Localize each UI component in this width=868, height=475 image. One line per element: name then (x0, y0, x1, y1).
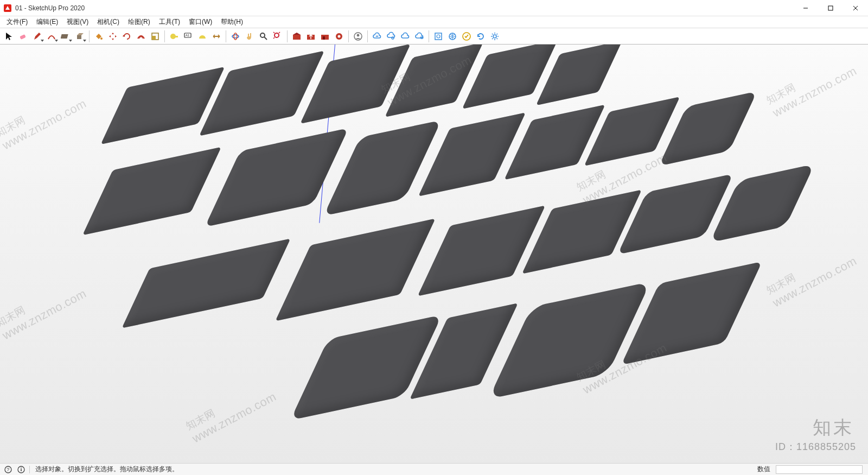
toolbar-separator (367, 30, 368, 42)
menu-file[interactable]: 文件(F) (2, 17, 32, 27)
svg-point-16 (232, 35, 239, 38)
model-silhouette (617, 174, 733, 255)
offset-tool-icon[interactable] (134, 29, 148, 43)
menu-view[interactable]: 视图(V) (62, 17, 93, 27)
eraser-tool-icon[interactable] (16, 29, 30, 43)
menu-camera[interactable]: 相机(C) (93, 17, 124, 27)
cloud-link-icon[interactable] (412, 29, 426, 43)
menu-edit[interactable]: 编辑(E) (32, 17, 62, 27)
select-tool-icon[interactable] (2, 29, 16, 43)
svg-rect-10 (152, 36, 156, 40)
menu-draw[interactable]: 绘图(R) (124, 17, 155, 27)
menu-window[interactable]: 窗口(W) (184, 17, 216, 27)
status-help-icon[interactable]: ? (3, 465, 13, 474)
scale-tool-icon[interactable] (148, 29, 162, 43)
minimize-button[interactable] (793, 0, 818, 16)
toolbar-separator (89, 30, 90, 42)
svg-text:?: ? (7, 467, 9, 472)
window-controls (793, 0, 868, 16)
3dwarehouse-get-icon[interactable] (290, 29, 304, 43)
pushpull-tool-icon[interactable] (73, 29, 87, 43)
geo-icon[interactable] (431, 29, 445, 43)
menu-help[interactable]: 帮助(H) (216, 17, 247, 27)
status-hint: 选择对象。切换到扩充选择。拖动鼠标选择多项。 (35, 465, 178, 474)
cloud-search-icon[interactable] (384, 29, 398, 43)
pan-tool-icon[interactable] (242, 29, 257, 43)
rectangle-tool-icon[interactable] (59, 29, 73, 43)
toolbar-separator (348, 30, 349, 42)
svg-rect-39 (21, 469, 22, 471)
statusbar: ? 选择对象。切换到扩充选择。拖动鼠标选择多项。 数值 (0, 463, 868, 475)
cloud-up-icon[interactable] (398, 29, 412, 43)
toolbar-separator (226, 30, 226, 42)
watermark: 知末网www.znzmo.com (764, 242, 859, 310)
model-silhouette (621, 262, 762, 365)
profile-icon[interactable] (351, 29, 365, 43)
zoom-tool-icon[interactable] (257, 29, 271, 43)
menubar: 文件(F) 编辑(E) 视图(V) 相机(C) 绘图(R) 工具(T) 窗口(W… (0, 16, 868, 28)
model-silhouette (488, 282, 650, 400)
extension-warehouse-icon[interactable] (332, 29, 346, 43)
brand-watermark: 知末 (813, 415, 854, 440)
svg-rect-40 (21, 467, 22, 468)
arc-tool-icon[interactable] (44, 29, 59, 43)
text-tool-icon[interactable]: A1 (181, 29, 195, 43)
protractor-tool-icon[interactable] (195, 29, 209, 43)
toolbar-separator (287, 30, 288, 42)
app-icon (3, 4, 12, 12)
model-info-icon[interactable] (445, 29, 459, 43)
move-tool-icon[interactable] (106, 29, 120, 43)
close-button[interactable] (843, 0, 868, 16)
svg-rect-12 (175, 36, 178, 37)
model-silhouette (122, 238, 290, 328)
3dwarehouse-icon[interactable] (318, 29, 332, 43)
svg-line-19 (264, 37, 267, 40)
svg-rect-5 (20, 34, 26, 40)
watermark: 知末网www.znzmo.com (0, 84, 89, 153)
toolbar: A1 (0, 28, 868, 45)
svg-rect-7 (77, 35, 81, 39)
svg-rect-24 (323, 36, 325, 40)
maximize-button[interactable] (818, 0, 843, 16)
svg-point-20 (275, 33, 279, 37)
3dwarehouse-share-icon[interactable] (304, 29, 318, 43)
watermark: 知末网www.znzmo.com (0, 274, 89, 343)
bucket-tool-icon[interactable] (92, 29, 106, 43)
rotate-tool-icon[interactable] (120, 29, 134, 43)
settings-icon[interactable] (488, 29, 502, 43)
svg-rect-6 (61, 34, 68, 39)
watermark: 知末网www.znzmo.com (183, 377, 279, 446)
menu-tools[interactable]: 工具(T) (155, 17, 184, 27)
refresh-icon[interactable] (474, 29, 488, 43)
svg-rect-31 (435, 33, 442, 40)
svg-point-35 (493, 35, 496, 38)
svg-rect-2 (828, 6, 833, 10)
cloud-sync-icon[interactable] (370, 29, 384, 43)
pencil-tool-icon[interactable] (30, 29, 44, 43)
toolbar-separator (164, 30, 165, 42)
svg-point-18 (260, 33, 265, 37)
measurement-field[interactable] (776, 465, 863, 474)
model-silhouette (418, 205, 546, 296)
statusbar-separator (29, 466, 30, 473)
measurement-label: 数值 (757, 465, 770, 474)
status-info-icon[interactable] (16, 465, 26, 474)
new-tab-icon[interactable] (459, 29, 474, 43)
model-silhouette (82, 147, 221, 236)
watermark: 知末网www.znzmo.com (764, 52, 859, 120)
model-silhouette (290, 315, 442, 421)
svg-point-28 (357, 34, 360, 36)
orbit-tool-icon[interactable] (228, 29, 242, 43)
svg-point-17 (234, 33, 237, 40)
window-title: 01 - SketchUp Pro 2020 (15, 4, 85, 12)
tape-tool-icon[interactable] (167, 29, 181, 43)
id-watermark: ID：1168855205 (775, 440, 856, 453)
svg-point-8 (100, 37, 103, 40)
svg-point-26 (338, 35, 341, 37)
svg-point-32 (437, 35, 440, 38)
model-viewport[interactable]: 知末网www.znzmo.com 知末网www.znzmo.com 知末网www… (0, 45, 868, 463)
zoom-extents-tool-icon[interactable] (271, 29, 285, 43)
dimension-tool-icon[interactable] (209, 29, 224, 43)
model-silhouette (199, 50, 324, 136)
svg-rect-21 (293, 35, 301, 40)
